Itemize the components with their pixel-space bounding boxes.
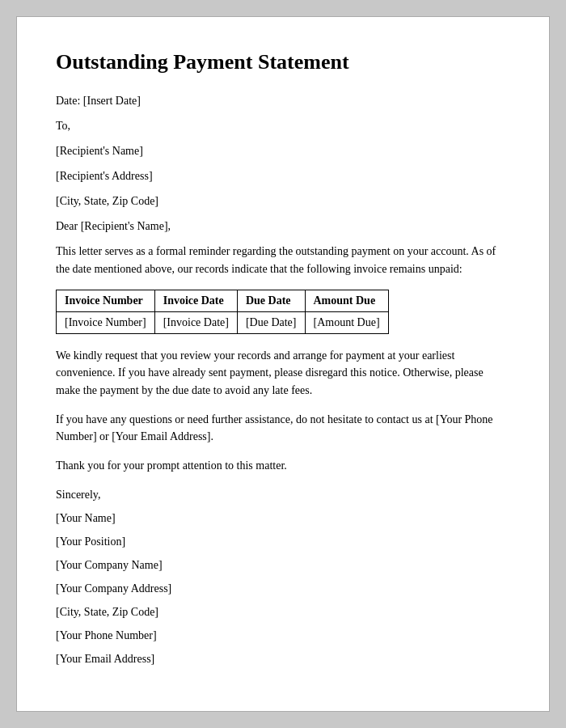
cell-due-date: [Due Date]	[237, 311, 305, 333]
city-state-zip-sig: [City, State, Zip Code]	[56, 603, 510, 620]
page-title: Outstanding Payment Statement	[56, 49, 510, 74]
cell-amount-due: [Amount Due]	[305, 311, 388, 333]
invoice-table: Invoice Number Invoice Date Due Date Amo…	[56, 290, 389, 334]
col-header-invoice-date: Invoice Date	[154, 290, 237, 311]
payment-paragraph: We kindly request that you review your r…	[56, 347, 510, 400]
col-header-invoice-number: Invoice Number	[57, 290, 155, 311]
company-name: [Your Company Name]	[56, 557, 510, 574]
thank-you-line: Thank you for your prompt attention to t…	[56, 457, 510, 475]
recipient-address: [Recipient's Address]	[56, 167, 510, 184]
company-address: [Your Company Address]	[56, 580, 510, 597]
col-header-amount-due: Amount Due	[305, 290, 388, 311]
contact-paragraph: If you have any questions or need furthe…	[56, 411, 510, 446]
city-state-zip-header: [City, State, Zip Code]	[56, 193, 510, 210]
closing: Sincerely,	[56, 486, 510, 503]
signer-position: [Your Position]	[56, 533, 510, 550]
intro-paragraph: This letter serves as a formal reminder …	[56, 243, 510, 277]
signature-block: Sincerely, [Your Name] [Your Position] […	[56, 486, 510, 667]
phone-number: [Your Phone Number]	[56, 627, 510, 644]
email-address: [Your Email Address]	[56, 650, 510, 667]
cell-invoice-date: [Invoice Date]	[154, 311, 237, 333]
table-row: [Invoice Number] [Invoice Date] [Due Dat…	[57, 311, 389, 333]
document-page: Outstanding Payment Statement Date: [Ins…	[16, 16, 550, 712]
recipient-name: [Recipient's Name]	[56, 142, 510, 159]
signer-name: [Your Name]	[56, 510, 510, 527]
col-header-due-date: Due Date	[237, 290, 305, 311]
to-label: To,	[56, 117, 510, 134]
date-field: Date: [Insert Date]	[56, 92, 510, 109]
salutation: Dear [Recipient's Name],	[56, 218, 510, 235]
cell-invoice-number: [Invoice Number]	[57, 311, 155, 333]
